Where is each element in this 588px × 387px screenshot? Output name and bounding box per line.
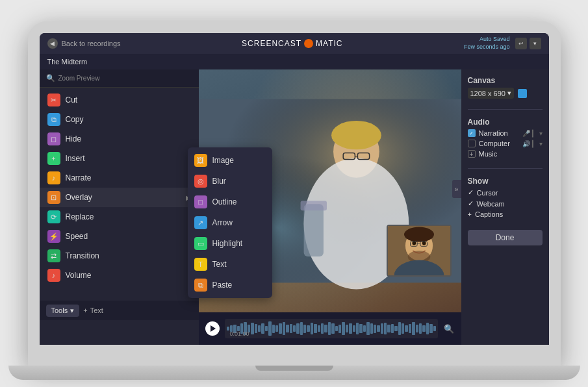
- tools-button[interactable]: Tools ▾: [46, 305, 80, 317]
- top-bar: ◀ Back to recordings SCREENCAST MATIC Au…: [40, 33, 549, 54]
- menu-item-hide[interactable]: ◻ Hide: [40, 129, 199, 149]
- waveform-bar: [429, 324, 432, 333]
- undo-button[interactable]: ↩: [515, 38, 527, 49]
- timeline-time: 0:01.00: [230, 331, 249, 337]
- menu-item-cut[interactable]: ✂ Cut: [40, 90, 199, 110]
- speed-icon: ⚡: [47, 230, 60, 243]
- canvas-size-chevron: ▾: [507, 89, 511, 97]
- waveform-bar: [349, 323, 352, 334]
- copy-icon: ⧉: [47, 113, 60, 126]
- canvas-size-row: 1208 x 690 ▾: [468, 88, 543, 99]
- narration-label: Narration: [479, 129, 508, 137]
- submenu-item-text[interactable]: T Text: [188, 254, 272, 275]
- show-section-title: Show: [468, 177, 543, 186]
- waveform-bar: [416, 325, 418, 332]
- menu-item-insert[interactable]: + Insert: [40, 149, 199, 168]
- menu-item-overlay[interactable]: ⊡ Overlay ▶: [40, 188, 199, 207]
- waveform-bar: [381, 323, 383, 334]
- waveform-bar: [300, 322, 303, 336]
- waveform-bar: [261, 323, 264, 334]
- insert-icon: +: [47, 152, 60, 165]
- waveform-bar: [283, 322, 285, 335]
- timeline-track[interactable]: 0:01.00: [225, 319, 438, 338]
- waveform-bar: [255, 324, 257, 333]
- waveform-bar: [394, 326, 397, 331]
- waveform-bar: [314, 324, 316, 333]
- captions-row: + Captions: [468, 210, 543, 218]
- menu-item-volume[interactable]: ♪ Volume: [40, 266, 199, 285]
- paste-icon: ⧉: [194, 279, 207, 292]
- copy-label: Copy: [66, 115, 84, 124]
- waveform-bar: [391, 324, 394, 333]
- submenu-item-paste[interactable]: ⧉ Paste: [188, 275, 272, 295]
- menu-item-replace[interactable]: ⟳ Replace: [40, 207, 199, 227]
- speed-label: Speed: [66, 232, 88, 241]
- waveform-bar: [433, 326, 436, 331]
- waveform-bar: [353, 325, 355, 331]
- laptop-screen: ◀ Back to recordings SCREENCAST MATIC Au…: [40, 33, 549, 345]
- menu-item-narrate[interactable]: ♪ Narrate: [40, 168, 199, 188]
- submenu-item-blur[interactable]: ◎ Blur: [188, 171, 272, 192]
- submenu-item-image[interactable]: 🖼 Image: [188, 150, 272, 171]
- waveform-bar: [422, 325, 425, 331]
- waveform-bar: [359, 324, 362, 333]
- computer-check[interactable]: [468, 140, 476, 147]
- audio-section-title: Audio: [468, 118, 543, 127]
- submenu-item-arrow[interactable]: ↗ Arrow: [188, 212, 272, 233]
- overlay-submenu: 🖼 Image ◎ Blur □ Outline ↗ Arrow: [188, 147, 272, 298]
- expand-panel-arrow[interactable]: »: [452, 180, 461, 198]
- add-text-plus-icon: +: [83, 306, 87, 314]
- computer-row: Computer 🔊 ▎ ▾: [468, 140, 543, 147]
- waveform-bar: [342, 322, 344, 335]
- tools-chevron-icon: ▾: [70, 306, 74, 315]
- left-panel: 🔍 Zoom Preview ✂ Cut ⧉ Copy: [40, 69, 199, 345]
- timeline-search-icon[interactable]: 🔍: [443, 323, 455, 334]
- webcam-label: Webcam: [477, 200, 505, 208]
- top-bar-center: SCREENCAST MATIC: [242, 39, 342, 48]
- add-text-button[interactable]: + Text: [83, 306, 103, 314]
- hide-label: Hide: [66, 134, 82, 144]
- arrow-label: Arrow: [212, 218, 233, 227]
- svg-point-4: [331, 121, 381, 149]
- svg-point-13: [403, 227, 433, 242]
- waveform-bar: [296, 323, 299, 334]
- waveform-bar: [346, 325, 348, 332]
- menu-item-transition[interactable]: ⇄ Transition: [40, 246, 199, 266]
- back-label[interactable]: Back to recordings: [62, 40, 121, 47]
- image-label: Image: [212, 156, 234, 165]
- narration-check[interactable]: ✓: [468, 129, 476, 137]
- cut-icon: ✂: [47, 94, 60, 106]
- menu-item-copy[interactable]: ⧉ Copy: [40, 110, 199, 129]
- logo-circle-icon: [304, 39, 313, 48]
- waveform-bar: [268, 321, 271, 336]
- cursor-check[interactable]: ✓: [468, 188, 474, 197]
- svg-point-17: [422, 242, 426, 245]
- menu-button[interactable]: ▾: [530, 38, 541, 49]
- highlight-label: Highlight: [212, 239, 243, 248]
- right-panel: Canvas 1208 x 690 ▾ Audio ✓ Narration: [461, 69, 549, 345]
- menu-item-speed[interactable]: ⚡ Speed: [40, 227, 199, 246]
- waveform-bar: [412, 322, 415, 335]
- done-button[interactable]: Done: [468, 230, 543, 245]
- image-icon: 🖼: [194, 154, 207, 167]
- captions-add-icon[interactable]: +: [468, 210, 472, 218]
- music-add-icon[interactable]: +: [468, 150, 476, 158]
- waveform-bar: [279, 323, 281, 334]
- canvas-color-box[interactable]: [518, 89, 527, 98]
- narration-icons: 🎤 ▎ ▾: [522, 130, 543, 137]
- overlay-label: Overlay: [66, 193, 92, 202]
- webcam-svg: [388, 225, 450, 277]
- submenu-item-highlight[interactable]: ▭ Highlight: [188, 233, 272, 254]
- auto-saved-time: Few seconds ago: [464, 44, 510, 51]
- submenu-item-outline[interactable]: □ Outline: [188, 192, 272, 212]
- webcam-check[interactable]: ✓: [468, 199, 474, 208]
- cursor-row: ✓ Cursor: [468, 188, 543, 197]
- play-button[interactable]: [205, 321, 220, 336]
- narrate-icon: ♪: [47, 171, 60, 184]
- cut-label: Cut: [66, 95, 78, 105]
- waveform-bar: [409, 324, 411, 333]
- narration-bar-icon: ▎: [532, 130, 537, 137]
- waveform-bar: [419, 323, 422, 334]
- canvas-size-select[interactable]: 1208 x 690 ▾: [468, 88, 514, 99]
- logo-suffix: MATIC: [316, 39, 342, 48]
